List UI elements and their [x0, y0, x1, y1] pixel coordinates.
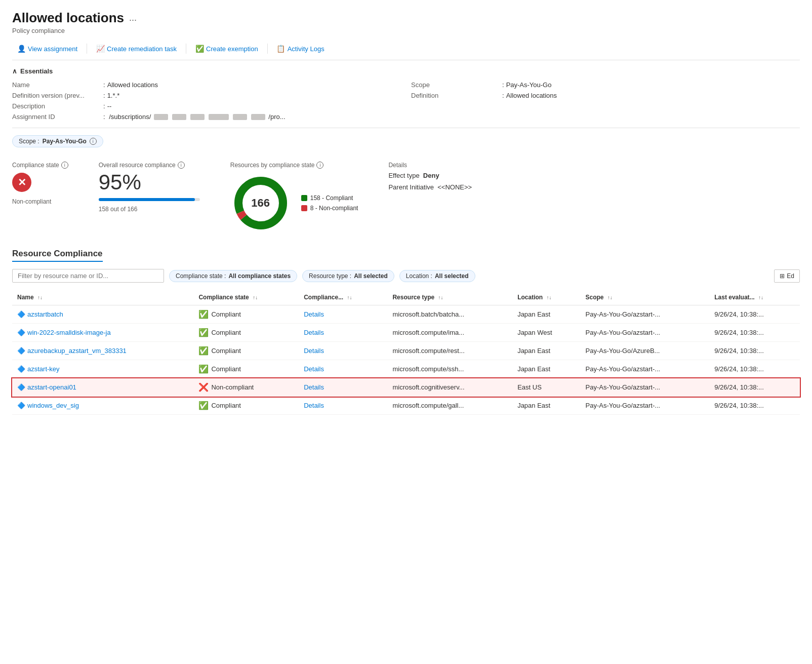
scope-text: Pay-As-You-Go/azstart-... [586, 310, 661, 318]
compliance-details-link[interactable]: Details [304, 402, 324, 409]
cell-compliance-state: ✅ Compliant [193, 360, 299, 378]
col-location[interactable]: Location ↑↓ [512, 290, 580, 305]
cell-scope: Pay-As-You-Go/AzureB... [581, 342, 710, 360]
col-name[interactable]: Name ↑↓ [12, 290, 193, 305]
compliance-details-link[interactable]: Details [304, 365, 324, 373]
create-remediation-button[interactable]: 📈 Create remediation task [91, 43, 182, 55]
table-row: 🔷 azstart-key ✅ Compliant Details micros… [12, 360, 800, 378]
location-filter-chip[interactable]: Location : All selected [399, 270, 475, 282]
resource-name-text: win-2022-smalldisk-image-ja [27, 329, 111, 336]
resource-name-link[interactable]: 🔷 azurebackup_azstart_vm_383331 [17, 347, 188, 355]
scope-text: Pay-As-You-Go/azstart-... [586, 329, 661, 336]
resource-type-filter-chip[interactable]: Resource type : All selected [302, 270, 394, 282]
resource-type-text: microsoft.compute/ssh... [392, 365, 464, 373]
cell-compliance-state: ✅ Compliant [193, 324, 299, 342]
sort-compliance-icon: ↑↓ [253, 295, 258, 300]
compliance-details-link[interactable]: Details [304, 310, 324, 318]
cell-location: Japan West [512, 324, 580, 342]
redacted-3 [190, 114, 205, 120]
resource-name-link[interactable]: 🔷 win-2022-smalldisk-image-ja [17, 329, 188, 336]
scope-text: Pay-As-You-Go/azstart-... [586, 365, 661, 373]
resource-compliance-table: Name ↑↓ Compliance state ↑↓ Compliance..… [12, 290, 800, 415]
essentials-desc-row: Description : -- [12, 102, 401, 110]
compliance-state-text: Compliant [211, 402, 241, 409]
cell-name: 🔷 azurebackup_azstart_vm_383331 [12, 342, 193, 360]
cell-compliance-detail: Details [299, 324, 387, 342]
cell-scope: Pay-As-You-Go/azstart-... [581, 378, 710, 397]
col-last-eval[interactable]: Last evaluat... ↑↓ [709, 290, 800, 305]
resource-type-text: microsoft.compute/gall... [392, 402, 464, 409]
create-exemption-button[interactable]: ✅ Create exemption [190, 43, 263, 55]
donut-info-icon[interactable]: i [316, 162, 323, 169]
donut-row: 166 158 - Compliant 8 - Non-compliant [230, 173, 358, 233]
filter-input[interactable] [12, 269, 164, 283]
cell-resource-type: microsoft.compute/gall... [387, 397, 512, 415]
resource-type-filter-label: Resource type : [309, 272, 351, 280]
edit-columns-button[interactable]: ⊞ Ed [774, 269, 800, 283]
scope-text: Pay-As-You-Go/AzureB... [586, 347, 660, 355]
create-remediation-label: Create remediation task [107, 45, 177, 53]
activity-logs-label: Activity Logs [288, 45, 324, 53]
more-options-icon[interactable]: ... [129, 13, 137, 23]
col-compliance-detail[interactable]: Compliance... ↑↓ [299, 290, 387, 305]
compliance-details-link[interactable]: Details [304, 383, 324, 391]
resource-compliance-title: Resource Compliance [12, 249, 103, 262]
donut-label: Resources by compliance state i [230, 162, 358, 169]
sort-lasteval-icon: ↑↓ [758, 295, 763, 300]
compliance-state-label: Compliance state i [12, 162, 68, 169]
cell-location: Japan East [512, 397, 580, 415]
cell-resource-type: microsoft.compute/rest... [387, 342, 512, 360]
legend-noncompliant: 8 - Non-compliant [301, 205, 358, 212]
cell-resource-type: microsoft.batch/batcha... [387, 305, 512, 324]
table-row: 🔷 azstart-openai01 ❌ Non-compliant Detai… [12, 378, 800, 397]
resource-name-text: azurebackup_azstart_vm_383331 [27, 347, 127, 355]
essentials-toggle[interactable]: ∧ Essentials [12, 67, 800, 75]
compliance-state-filter-chip[interactable]: Compliance state : All compliance states [169, 270, 297, 282]
page-container: Allowed locations ... Policy compliance … [0, 0, 812, 425]
resource-name-link[interactable]: 🔷 azstartbatch [17, 310, 188, 318]
compliance-badge: ✅ Compliant [198, 401, 294, 410]
compliance-details-link[interactable]: Details [304, 347, 324, 355]
cell-last-eval: 9/26/24, 10:38:... [709, 342, 800, 360]
scope-info-icon[interactable]: i [90, 138, 97, 145]
last-eval-text: 9/26/24, 10:38:... [714, 310, 764, 318]
scope-badge-value: Pay-As-You-Go [43, 138, 87, 145]
compliance-details-link[interactable]: Details [304, 329, 324, 336]
view-assignment-button[interactable]: 👤 View assignment [12, 43, 83, 55]
compliance-state-info-icon[interactable]: i [61, 162, 68, 169]
col-scope[interactable]: Scope ↑↓ [581, 290, 710, 305]
location-text: Japan East [517, 402, 550, 409]
sort-scope-icon: ↑↓ [607, 295, 613, 300]
table-row: 🔷 azstartbatch ✅ Compliant Details micro… [12, 305, 800, 324]
cell-compliance-detail: Details [299, 397, 387, 415]
col-compliance-state[interactable]: Compliance state ↑↓ [193, 290, 299, 305]
resource-name-link[interactable]: 🔷 windows_dev_sig [17, 402, 188, 409]
essentials-name-label: Name [12, 81, 103, 89]
redacted-6 [251, 114, 265, 120]
cell-name: 🔷 win-2022-smalldisk-image-ja [12, 324, 193, 342]
resource-icon: 🔷 [17, 402, 25, 409]
location-text: Japan East [517, 347, 550, 355]
scope-badge[interactable]: Scope : Pay-As-You-Go i [12, 135, 103, 147]
essentials-name-value: : Allowed locations [103, 81, 158, 89]
last-eval-text: 9/26/24, 10:38:... [714, 383, 764, 391]
activity-logs-button[interactable]: 📋 Activity Logs [272, 43, 330, 55]
edit-columns-icon: ⊞ [780, 272, 785, 280]
resource-icon: 🔷 [17, 310, 25, 318]
compliance-progress-bar-fill [99, 198, 195, 201]
resource-name-link[interactable]: 🔷 azstart-key [17, 365, 188, 373]
redacted-5 [233, 114, 247, 120]
resource-name-link[interactable]: 🔷 azstart-openai01 [17, 383, 188, 391]
location-text: East US [517, 383, 542, 391]
overall-compliance-info-icon[interactable]: i [178, 162, 185, 169]
col-resource-type[interactable]: Resource type ↑↓ [387, 290, 512, 305]
compliance-badge: ✅ Compliant [198, 328, 294, 337]
cell-last-eval: 9/26/24, 10:38:... [709, 324, 800, 342]
details-block: Details Effect type Deny Parent Initiati… [388, 162, 472, 191]
initiative-label: Parent Initiative [388, 183, 434, 191]
legend-compliant-label: 158 - Compliant [310, 194, 353, 202]
assign-id-suffix: /pro... [268, 113, 285, 121]
redacted-2 [172, 114, 186, 120]
compliance-badge: ✅ Compliant [198, 309, 294, 319]
initiative-value: <<NONE>> [437, 183, 472, 191]
